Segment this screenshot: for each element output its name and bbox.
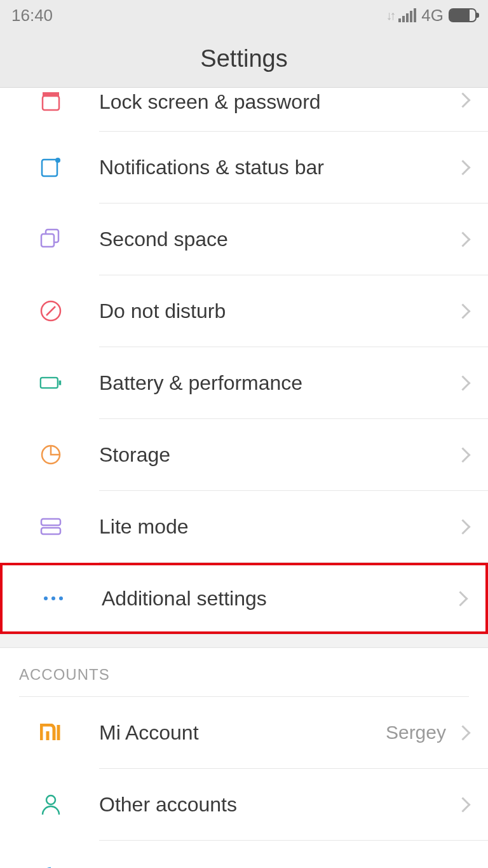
item-label: Do not disturb (99, 300, 458, 323)
chevron-right-icon (458, 517, 469, 536)
item-label: Lock screen & password (99, 90, 458, 114)
section-header-accounts: ACCOUNTS (0, 648, 488, 696)
svg-point-14 (51, 596, 55, 600)
item-label: Sync (99, 865, 458, 869)
lite-mode-icon (39, 515, 62, 538)
item-label: Mi Account (99, 721, 386, 745)
svg-point-3 (55, 158, 60, 163)
svg-rect-0 (43, 96, 59, 110)
item-notifications[interactable]: Notifications & status bar (0, 132, 488, 203)
signal-icon (398, 8, 416, 22)
chevron-right-icon (458, 373, 469, 392)
item-label: Storage (99, 443, 458, 467)
item-label: Notifications & status bar (99, 156, 458, 179)
svg-rect-5 (41, 234, 54, 247)
item-lite-mode[interactable]: Lite mode (0, 491, 488, 562)
item-sync[interactable]: Sync (0, 841, 488, 868)
svg-line-7 (46, 307, 55, 315)
svg-point-15 (59, 596, 63, 600)
svg-rect-11 (41, 519, 60, 525)
item-label: Additional settings (102, 587, 455, 610)
header: Settings (0, 31, 488, 88)
svg-point-18 (46, 796, 55, 804)
item-label: Second space (99, 228, 458, 251)
item-other-accounts[interactable]: Other accounts (0, 769, 488, 840)
chevron-right-icon (458, 230, 469, 249)
battery-perf-icon (39, 371, 62, 394)
svg-rect-9 (59, 380, 62, 385)
page-title: Settings (200, 45, 287, 72)
status-bar: 16:40 ↓↑ 4G (0, 0, 488, 31)
chevron-right-icon (455, 589, 466, 608)
item-value: Sergey (386, 722, 446, 743)
sync-icon (39, 865, 62, 868)
person-icon (39, 793, 62, 816)
item-label: Battery & performance (99, 371, 458, 395)
status-right: ↓↑ 4G (386, 6, 477, 25)
mi-icon (39, 721, 62, 744)
svg-rect-1 (43, 92, 59, 96)
svg-rect-8 (41, 378, 58, 388)
item-lock-screen[interactable]: Lock screen & password (0, 88, 488, 131)
data-arrows-icon: ↓↑ (386, 8, 393, 23)
chevron-right-icon (458, 301, 469, 320)
svg-point-13 (44, 596, 48, 600)
item-mi-account[interactable]: Mi Account Sergey (0, 697, 488, 768)
notification-icon (39, 156, 62, 179)
item-dnd[interactable]: Do not disturb (0, 275, 488, 347)
item-battery[interactable]: Battery & performance (0, 347, 488, 418)
chevron-right-icon (458, 723, 469, 742)
svg-rect-12 (41, 528, 60, 534)
storage-icon (39, 443, 62, 466)
item-label: Other accounts (99, 793, 458, 816)
chevron-right-icon (458, 158, 469, 177)
settings-list: Lock screen & password Notifications & s… (0, 88, 488, 634)
second-space-icon (39, 228, 62, 251)
section-gap (0, 634, 488, 648)
item-additional-settings[interactable]: Additional settings (0, 563, 488, 634)
more-icon (42, 587, 65, 610)
svg-rect-2 (42, 160, 57, 176)
chevron-right-icon (458, 795, 469, 814)
item-label: Lite mode (99, 515, 458, 539)
item-storage[interactable]: Storage (0, 419, 488, 490)
dnd-icon (39, 300, 62, 322)
chevron-right-icon (458, 90, 469, 109)
status-time: 16:40 (11, 6, 53, 25)
chevron-right-icon (458, 445, 469, 464)
network-label: 4G (421, 6, 444, 25)
accounts-list: Mi Account Sergey Other accounts Sync (0, 697, 488, 868)
item-second-space[interactable]: Second space (0, 203, 488, 275)
lock-icon (39, 90, 62, 113)
battery-icon (449, 8, 477, 22)
